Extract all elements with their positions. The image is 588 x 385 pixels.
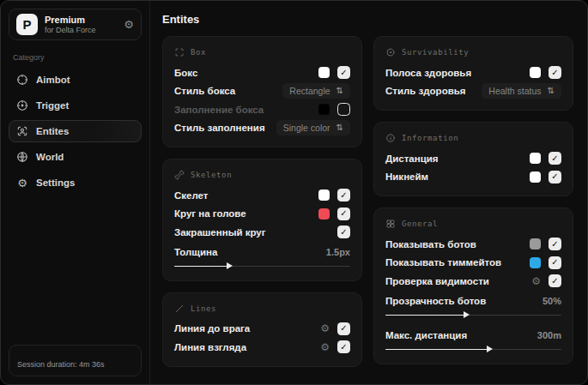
color-swatch[interactable] (530, 171, 541, 183)
gear-icon[interactable]: ⚙ (320, 342, 330, 352)
setting-row-health-bar: Полоса здоровья ✓ (385, 63, 561, 82)
check-icon: ✓ (551, 154, 558, 163)
setting-row-fill-style: Стиль заполнения Single color ⇅ (174, 119, 350, 138)
thickness-slider[interactable] (174, 262, 350, 270)
slider-value: 50% (543, 296, 561, 306)
app-title: Premium (45, 15, 117, 26)
sidebar-item-world[interactable]: World (9, 146, 142, 168)
gear-icon[interactable]: ⚙ (124, 18, 134, 31)
session-duration: Session duration: 4m 36s (17, 360, 133, 369)
crosshair-icon (16, 74, 28, 86)
sidebar-item-settings[interactable]: ⚙ Settings (9, 171, 142, 194)
check-icon: ✓ (551, 240, 558, 249)
setting-row-nickname: Никнейм ✓ (385, 168, 561, 187)
check-icon: ✓ (551, 258, 558, 267)
setting-row-show-teammates: Показывать тиммейтов ✓ (385, 254, 561, 273)
sidebar-nav: Aimbot Trigget Entites World (9, 69, 142, 194)
setting-row-health-style: Стиль здоровья Health status ⇅ (385, 82, 561, 101)
color-swatch[interactable] (530, 153, 541, 164)
app-window: P Premium for Delta Force ⚙ Category Aim… (0, 0, 588, 385)
panel-title: Survivability (402, 48, 469, 57)
setting-row-filled-circle: Закрашенный круг ✓ (174, 223, 350, 242)
color-swatch[interactable] (318, 208, 330, 220)
max-distance-slider[interactable] (385, 346, 561, 353)
page-title: Entites (162, 13, 573, 26)
gear-icon: ⚙ (16, 177, 28, 189)
bots-opacity-slider[interactable] (385, 311, 561, 319)
checkbox[interactable]: ✓ (549, 256, 561, 269)
sidebar-item-label: Trigget (36, 100, 69, 111)
check-icon: ✓ (340, 343, 347, 352)
panel-title: Skeleton (191, 171, 232, 179)
color-swatch[interactable] (530, 257, 541, 268)
checkbox[interactable]: ✓ (549, 66, 561, 79)
box-style-dropdown[interactable]: Rectangle ⇅ (282, 83, 350, 99)
info-icon (385, 133, 396, 143)
setting-row-distance: Дистанция ✓ (385, 149, 561, 168)
color-swatch[interactable] (318, 67, 330, 78)
setting-row-box-fill: Заполнение бокса ✓ (174, 100, 350, 119)
globe-icon (16, 151, 28, 163)
checkbox[interactable]: ✓ (337, 189, 350, 202)
chevrons-up-down-icon: ⇅ (336, 123, 343, 132)
checkbox[interactable]: ✓ (337, 66, 350, 79)
chevrons-up-down-icon: ⇅ (336, 87, 343, 95)
sidebar-item-trigget[interactable]: Trigget (9, 94, 142, 117)
entity-scan-icon (16, 125, 28, 137)
line-icon (174, 304, 185, 314)
fill-style-dropdown[interactable]: Single color ⇅ (276, 120, 350, 135)
setting-row-enemy-line: Линия до врага ⚙ ✓ (174, 320, 350, 339)
check-icon: ✓ (551, 172, 558, 181)
check-icon: ✓ (340, 228, 347, 237)
checkbox[interactable]: ✓ (337, 103, 350, 116)
panel-information: Information Дистанция ✓ Никнейм ✓ (373, 122, 573, 196)
setting-row-skeleton-enable: Скелет ✓ (174, 186, 350, 205)
panel-box: Box Бокс ✓ Стиль бокса Rectangle ⇅ (162, 36, 362, 147)
gear-icon[interactable]: ⚙ (531, 276, 541, 286)
check-icon: ✓ (551, 69, 558, 77)
sidebar-item-label: Aimbot (36, 75, 70, 85)
check-icon: ✓ (551, 277, 558, 286)
checkbox[interactable]: ✓ (337, 208, 350, 220)
app-logo: P (16, 14, 38, 35)
color-swatch[interactable] (530, 238, 541, 250)
target-icon (16, 99, 28, 111)
checkbox[interactable]: ✓ (337, 226, 350, 238)
session-card: Session duration: 4m 36s (9, 345, 142, 376)
setting-row-max-distance: Макс. дистанция 300m (385, 327, 561, 353)
checkbox[interactable]: ✓ (337, 322, 350, 335)
sidebar-item-entites[interactable]: Entites (9, 120, 142, 142)
focus-circle-icon (385, 47, 396, 57)
sidebar-item-aimbot[interactable]: Aimbot (9, 69, 142, 91)
checkbox[interactable]: ✓ (549, 274, 561, 287)
bone-icon (174, 170, 185, 180)
slider-value: 1.5px (326, 247, 350, 257)
check-icon: ✓ (340, 69, 347, 77)
app-subtitle: for Delta Force (45, 26, 117, 34)
check-icon: ✓ (340, 209, 347, 218)
check-icon: ✓ (340, 191, 347, 200)
panel-title: Box (191, 48, 206, 57)
setting-row-show-bots: Показывать ботов ✓ (385, 235, 561, 254)
panel-title: General (402, 220, 438, 228)
panel-title: Information (402, 134, 458, 142)
color-swatch[interactable] (318, 189, 330, 201)
setting-row-box-style: Стиль бокса Rectangle ⇅ (174, 82, 350, 101)
checkbox[interactable]: ✓ (549, 238, 561, 250)
slider-value: 300m (537, 330, 561, 340)
health-style-dropdown[interactable]: Health status ⇅ (482, 83, 561, 99)
gear-icon[interactable]: ⚙ (320, 323, 330, 334)
sidebar-item-label: World (36, 152, 64, 162)
chevrons-up-down-icon: ⇅ (548, 87, 555, 95)
checkbox[interactable]: ✓ (549, 171, 561, 183)
panel-lines: Lines Линия до врага ⚙ ✓ Линия взгляда ⚙ (162, 292, 362, 367)
box-scan-icon (174, 47, 185, 57)
checkbox[interactable]: ✓ (337, 340, 350, 353)
checkbox[interactable]: ✓ (549, 152, 561, 165)
setting-row-visibility-check: Проверка видимости ⚙ ✓ (385, 272, 561, 291)
color-swatch[interactable] (318, 104, 330, 115)
sidebar-item-label: Settings (36, 177, 75, 188)
setting-row-bots-opacity: Прозрачность ботов 50% (385, 292, 561, 319)
color-swatch[interactable] (530, 67, 541, 78)
sidebar-item-label: Entites (36, 126, 69, 136)
